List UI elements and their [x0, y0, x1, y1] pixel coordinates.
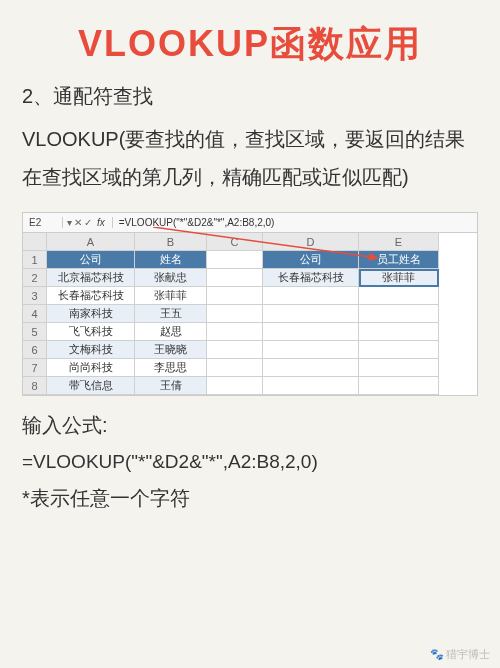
- cell[interactable]: 公司: [47, 251, 135, 269]
- cell[interactable]: [263, 377, 359, 395]
- cell[interactable]: 北京福芯科技: [47, 269, 135, 287]
- cell[interactable]: [359, 287, 439, 305]
- cell[interactable]: [359, 305, 439, 323]
- formula-bar: E2 ▾ ✕ ✓ fx =VLOOKUP("*"&D2&"*",A2:B8,2,…: [23, 213, 477, 233]
- wildcard-note: *表示任意一个字符: [22, 485, 478, 512]
- cell[interactable]: [359, 377, 439, 395]
- cell[interactable]: 王倩: [135, 377, 207, 395]
- dropdown-icon[interactable]: ▾: [67, 217, 72, 228]
- cell[interactable]: 姓名: [135, 251, 207, 269]
- col-header-a[interactable]: A: [47, 233, 135, 251]
- spreadsheet-container: E2 ▾ ✕ ✓ fx =VLOOKUP("*"&D2&"*",A2:B8,2,…: [22, 212, 478, 396]
- cell[interactable]: 王晓晓: [135, 341, 207, 359]
- input-formula: =VLOOKUP("*"&D2&"*",A2:B8,2,0): [22, 451, 478, 473]
- cell[interactable]: 南家科技: [47, 305, 135, 323]
- cell[interactable]: 长春福芯科技: [47, 287, 135, 305]
- cell[interactable]: [359, 323, 439, 341]
- cell[interactable]: 张菲菲: [135, 287, 207, 305]
- cell[interactable]: 文梅科技: [47, 341, 135, 359]
- col-header-d[interactable]: D: [263, 233, 359, 251]
- cell[interactable]: [207, 287, 263, 305]
- function-description: VLOOKUP(要查找的值，查找区域，要返回的结果在查找区域的第几列，精确匹配或…: [22, 120, 478, 196]
- cell[interactable]: 尚尚科技: [47, 359, 135, 377]
- row-header[interactable]: 6: [23, 341, 47, 359]
- cell[interactable]: 长春福芯科技: [263, 269, 359, 287]
- cell[interactable]: 公司: [263, 251, 359, 269]
- cell[interactable]: [207, 341, 263, 359]
- row-header[interactable]: 2: [23, 269, 47, 287]
- formula-controls: ▾ ✕ ✓ fx: [63, 217, 113, 228]
- confirm-icon[interactable]: ✓: [84, 217, 92, 228]
- corner-cell[interactable]: [23, 233, 47, 251]
- cell[interactable]: 飞飞科技: [47, 323, 135, 341]
- section-subtitle: 2、通配符查找: [22, 83, 478, 110]
- cell[interactable]: 带飞信息: [47, 377, 135, 395]
- cell[interactable]: [359, 341, 439, 359]
- row-header[interactable]: 3: [23, 287, 47, 305]
- cell[interactable]: [207, 323, 263, 341]
- row-header[interactable]: 5: [23, 323, 47, 341]
- cell[interactable]: [207, 251, 263, 269]
- cell-selected[interactable]: 张菲菲: [359, 269, 439, 287]
- cell[interactable]: 张献忠: [135, 269, 207, 287]
- cell-reference-box[interactable]: E2: [23, 217, 63, 228]
- sheet-grid[interactable]: A B C D E 1 公司 姓名 公司 员工姓名 2 北京福芯科技 张献忠 长…: [23, 233, 477, 395]
- cell[interactable]: 王五: [135, 305, 207, 323]
- cell[interactable]: 员工姓名: [359, 251, 439, 269]
- cell[interactable]: [207, 305, 263, 323]
- row-header[interactable]: 7: [23, 359, 47, 377]
- cell[interactable]: [263, 287, 359, 305]
- cell[interactable]: [263, 323, 359, 341]
- watermark: 🐾猎宇博士: [430, 647, 490, 662]
- col-header-e[interactable]: E: [359, 233, 439, 251]
- cell[interactable]: [207, 377, 263, 395]
- col-header-b[interactable]: B: [135, 233, 207, 251]
- watermark-text: 猎宇博士: [446, 648, 490, 660]
- cell[interactable]: [263, 341, 359, 359]
- paw-icon: 🐾: [430, 648, 444, 660]
- col-header-c[interactable]: C: [207, 233, 263, 251]
- cell[interactable]: 赵思: [135, 323, 207, 341]
- formula-input[interactable]: =VLOOKUP("*"&D2&"*",A2:B8,2,0): [113, 217, 477, 228]
- cell[interactable]: [207, 269, 263, 287]
- cancel-icon[interactable]: ✕: [74, 217, 82, 228]
- row-header[interactable]: 1: [23, 251, 47, 269]
- cell[interactable]: 李思思: [135, 359, 207, 377]
- page-title: VLOOKUP函数应用: [22, 20, 478, 69]
- fx-icon[interactable]: fx: [94, 217, 108, 228]
- input-label: 输入公式:: [22, 412, 478, 439]
- cell[interactable]: [263, 305, 359, 323]
- row-header[interactable]: 8: [23, 377, 47, 395]
- cell[interactable]: [359, 359, 439, 377]
- cell[interactable]: [263, 359, 359, 377]
- row-header[interactable]: 4: [23, 305, 47, 323]
- cell[interactable]: [207, 359, 263, 377]
